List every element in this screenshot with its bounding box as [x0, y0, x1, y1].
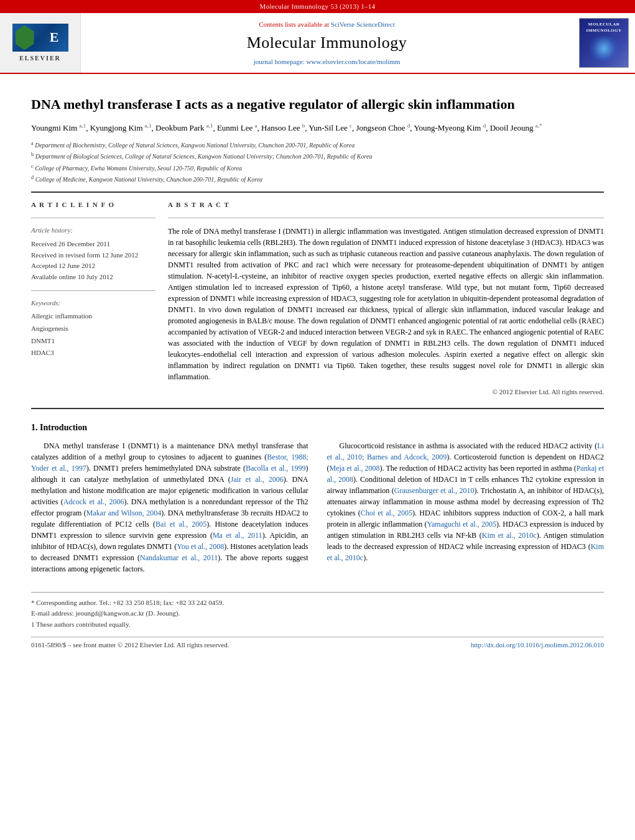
copyright-line: © 2012 Elsevier Ltd. All rights reserved…	[168, 387, 604, 397]
elsevier-text: ELSEVIER	[19, 54, 61, 63]
abstract-text: The role of DNA methyl transferase I (DN…	[168, 226, 604, 382]
ref-meja[interactable]: Meja et al., 2008	[330, 464, 380, 473]
ref-jair[interactable]: Jair et al., 2006	[231, 475, 284, 484]
keyword-4: HDAC3	[31, 347, 155, 359]
keywords-list: Allergic inflammation Angiogenesis DNMT1…	[31, 310, 155, 359]
page: Molecular Immunology 53 (2013) 1–14 ELSE…	[0, 0, 635, 840]
divider-thick	[31, 192, 604, 193]
keywords-label: Keywords:	[31, 298, 155, 308]
ref-bacolla[interactable]: Bacolla et al., 1999	[246, 464, 306, 473]
elsevier-logo: ELSEVIER	[12, 24, 68, 63]
journal-homepage: journal homepage: www.elsevier.com/locat…	[254, 57, 401, 67]
journal-cover-area	[573, 13, 635, 73]
journal-cover-image	[579, 18, 629, 68]
info-divider-mid	[31, 290, 155, 291]
elsevier-logo-area: ELSEVIER	[0, 13, 81, 73]
abstract-col: A B S T R A C T The role of DNA methyl t…	[168, 200, 604, 397]
ref-li[interactable]: Li et al., 2010; Barnes and Adcock, 2009	[327, 441, 605, 461]
abstract-divider	[168, 218, 604, 218]
article-info-header: A R T I C L E I N F O	[31, 200, 155, 210]
ref-choi[interactable]: Choi et al., 2005	[361, 509, 412, 517]
keyword-1: Allergic inflammation	[31, 310, 155, 323]
affiliation-b: b Department of Biological Sciences, Col…	[31, 151, 604, 161]
journal-header: ELSEVIER Contents lists available at Sci…	[0, 13, 635, 74]
ref-ma[interactable]: Ma et al., 2011	[213, 531, 262, 540]
intro-columns: DNA methyl transferase I (DNMT1) is a ma…	[31, 440, 604, 579]
elsevier-logo-image	[12, 24, 68, 52]
date-accepted: Accepted 12 June 2012	[31, 261, 155, 272]
intro-para-2: Glucocorticoid resistance in asthma is a…	[327, 440, 605, 563]
abstract-paragraph: The role of DNA methyl transferase I (DN…	[168, 226, 604, 382]
footnote-equal-contrib: 1 These authors contributed equally.	[31, 619, 604, 630]
journal-title-area: Contents lists available at SciVerse Sci…	[81, 13, 573, 73]
intro-col-right: Glucocorticoid resistance in asthma is a…	[327, 440, 605, 579]
intro-title: 1. Introduction	[31, 422, 604, 434]
intro-col-left: DNA methyl transferase I (DNMT1) is a ma…	[31, 440, 308, 579]
keyword-3: DNMT1	[31, 335, 155, 348]
ref-yamaguchi[interactable]: Yamaguchi et al., 2005	[427, 520, 496, 528]
journal-issue-bar: Molecular Immunology 53 (2013) 1–14	[0, 0, 635, 13]
ref-kim2010c[interactable]: Kim et al., 2010c	[482, 531, 537, 540]
ref-adcock[interactable]: Adcock et al., 2006	[63, 497, 124, 506]
article-info-col: A R T I C L E I N F O Article history: R…	[31, 200, 155, 397]
authors-text: Youngmi Kim a,1, Kyungjong Kim a,1, Deok…	[31, 123, 542, 132]
footnote-corresponding: * Corresponding author. Tel.: +82 33 250…	[31, 598, 604, 609]
homepage-url[interactable]: www.elsevier.com/locate/molimm	[307, 58, 401, 65]
journal-issue-text: Molecular Immunology 53 (2013) 1–14	[260, 2, 376, 10]
main-content: DNA methyl transferase I acts as a negat…	[0, 74, 635, 662]
ref-nandakumar[interactable]: Nandakumar et al., 2011	[140, 553, 218, 562]
info-abstract-cols: A R T I C L E I N F O Article history: R…	[31, 200, 604, 397]
affiliations: a Department of Biochemistry, College of…	[31, 140, 604, 184]
keyword-2: Angiogenesis	[31, 323, 155, 335]
info-divider-top	[31, 218, 155, 218]
date-revised: Received in revised form 12 June 2012	[31, 250, 155, 261]
history-label: Article history:	[31, 226, 155, 235]
affiliation-d: d College of Medicine, Kangwon National …	[31, 174, 604, 184]
footnotes: * Corresponding author. Tel.: +82 33 250…	[31, 592, 604, 630]
introduction-section: 1. Introduction DNA methyl transferase I…	[31, 422, 604, 579]
date-online: Available online 10 July 2012	[31, 272, 155, 283]
ref-kim2010c-2[interactable]: Kim et al., 2010c	[327, 542, 605, 562]
sciverse-text: Contents lists available at SciVerse Sci…	[259, 20, 394, 29]
abstract-header: A B S T R A C T	[168, 200, 604, 210]
affiliation-c: c College of Pharmacy, Ewha Womans Unive…	[31, 163, 604, 173]
authors-line: Youngmi Kim a,1, Kyungjong Kim a,1, Deok…	[31, 121, 604, 135]
sciverse-link[interactable]: SciVerse ScienceDirect	[331, 21, 395, 28]
ref-bai[interactable]: Bai et al., 2005	[155, 520, 206, 528]
intro-para-1: DNA methyl transferase I (DNMT1) is a ma…	[31, 440, 308, 575]
section-divider	[31, 408, 604, 409]
affiliation-a: a Department of Biochemistry, College of…	[31, 140, 604, 150]
ref-grausenburger[interactable]: Grausenburger et al., 2010	[394, 486, 475, 495]
ref-you[interactable]: You et al., 2008	[177, 542, 224, 551]
footer-issn: 0161-5890/$ – see front matter © 2012 El…	[31, 640, 229, 650]
page-footer: 0161-5890/$ – see front matter © 2012 El…	[31, 637, 604, 650]
ref-makar[interactable]: Makar and Wilson, 2004	[86, 509, 161, 517]
footer-doi[interactable]: http://dx.doi.org/10.1016/j.molimm.2012.…	[471, 640, 604, 650]
footnote-email: E-mail address: jeoungd@kangwon.ac.kr (D…	[31, 608, 604, 619]
keywords-section: Keywords: Allergic inflammation Angiogen…	[31, 298, 155, 360]
date-received: Received 26 December 2011	[31, 239, 155, 250]
article-dates: Received 26 December 2011 Received in re…	[31, 239, 155, 282]
journal-title: Molecular Immunology	[247, 32, 407, 54]
article-title: DNA methyl transferase I acts as a negat…	[31, 96, 604, 114]
